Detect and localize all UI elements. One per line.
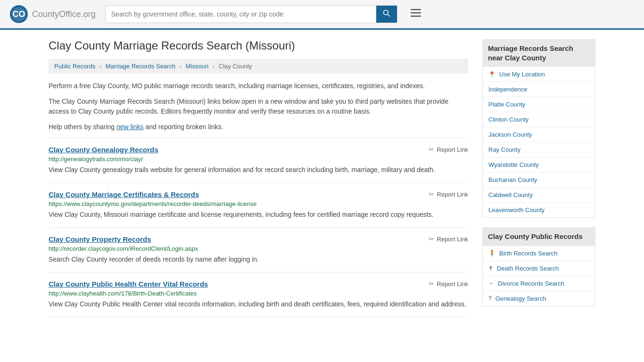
new-links-link[interactable]: new links [116, 123, 144, 131]
report-link[interactable]: ✂ Report Link [429, 146, 468, 153]
breadcrumb-public-records[interactable]: Public Records [54, 63, 95, 70]
nearby-link[interactable]: Buchanan County [483, 173, 595, 187]
svg-rect-7 [411, 16, 421, 17]
search-bar [105, 5, 397, 23]
record-item-3: Clay County Property Records ✂ Report Li… [49, 228, 468, 272]
breadcrumb-current: Clay County [219, 63, 252, 70]
breadcrumb: Public Records › Marriage Records Search… [49, 59, 468, 74]
report-link[interactable]: ✂ Report Link [429, 280, 468, 288]
record-title[interactable]: Clay County Property Records [49, 235, 151, 243]
public-records-links: 🧍Birth Records Search✝Death Records Sear… [482, 246, 595, 306]
nearby-item-4: Jackson County [483, 127, 595, 142]
record-header: Clay County Property Records ✂ Report Li… [49, 235, 468, 243]
nearby-item-9: Leavenworth County [483, 203, 595, 217]
nearby-links: 📍Use My LocationIndependencePlatte Count… [482, 67, 595, 218]
report-icon: ✂ [429, 235, 434, 243]
nearby-link[interactable]: Leavenworth County [483, 203, 595, 217]
logo[interactable]: CO CountyOffice.org [9, 5, 96, 24]
report-icon: ✂ [429, 146, 434, 153]
nearby-link[interactable]: 📍Use My Location [483, 67, 595, 82]
breadcrumb-sep-1: › [99, 63, 101, 70]
nearby-item-2: Platte County [483, 97, 595, 112]
record-header: Clay County Marriage Certificates & Reco… [49, 190, 468, 198]
nearby-link[interactable]: Platte County [483, 97, 595, 112]
question-icon: ? [488, 295, 492, 302]
record-desc: View Clay County genealogy trails websit… [49, 165, 468, 175]
breadcrumb-sep-3: › [213, 63, 215, 70]
record-title[interactable]: Clay County Genealogy Records [49, 146, 158, 154]
record-header: Clay County Public Health Center Vital R… [49, 280, 468, 288]
report-icon: ✂ [429, 190, 434, 198]
record-url: http://genealogytrails.com/mo/clay/ [49, 156, 468, 163]
description-3: Help others by sharing new links and rep… [49, 122, 468, 132]
search-button[interactable] [376, 6, 397, 23]
site-header: CO CountyOffice.org [0, 0, 644, 30]
nearby-item-0: 📍Use My Location [483, 67, 595, 82]
report-icon: ✂ [429, 280, 434, 288]
nearby-item-3: Clinton County [483, 112, 595, 127]
public-records-title: Clay County Public Records [482, 227, 595, 246]
hamburger-icon [411, 9, 421, 17]
nearby-link[interactable]: Clinton County [483, 112, 595, 127]
record-desc: Search Clay County recorder of deeds rec… [49, 255, 468, 264]
nearby-item-6: Wyandotte County [483, 157, 595, 173]
breadcrumb-marriage-records[interactable]: Marriage Records Search [106, 63, 175, 70]
desc3-pre: Help others by sharing [49, 123, 116, 131]
nearby-link[interactable]: Ray County [483, 142, 595, 157]
desc3-post: and reporting broken links. [144, 123, 223, 131]
svg-point-3 [383, 10, 388, 15]
description-1: Perform a free Clay County, MO public ma… [49, 81, 468, 91]
record-title[interactable]: Clay County Marriage Certificates & Reco… [49, 190, 199, 198]
left-panel: Clay County Marriage Records Search (Mis… [49, 39, 468, 317]
svg-text:CO: CO [13, 9, 25, 19]
public-records-item-0: 🧍Birth Records Search [483, 246, 595, 261]
report-link[interactable]: ✂ Report Link [429, 235, 468, 243]
nearby-link[interactable]: Jackson County [483, 127, 595, 142]
location-icon: 📍 [488, 71, 495, 78]
main-content: Clay County Marriage Records Search (Mis… [39, 30, 605, 327]
record-item-4: Clay County Public Health Center Vital R… [49, 272, 468, 317]
breadcrumb-missouri[interactable]: Missouri [186, 63, 208, 70]
logo-suffix: .org [81, 9, 96, 19]
nearby-item-8: Caldwell County [483, 188, 595, 203]
nearby-link[interactable]: Independence [483, 82, 595, 97]
menu-button[interactable] [407, 6, 425, 22]
record-title[interactable]: Clay County Public Health Center Vital R… [49, 280, 208, 288]
public-records-link[interactable]: ✝Death Records Search [483, 261, 595, 276]
svg-rect-5 [411, 9, 421, 10]
public-records-item-3: ?Genealogy Search [483, 291, 595, 306]
record-item-1: Clay County Genealogy Records ✂ Report L… [49, 138, 468, 183]
nearby-item-7: Buchanan County [483, 173, 595, 188]
record-item-2: Clay County Marriage Certificates & Reco… [49, 183, 468, 228]
public-records-section: Clay County Public Records 🧍Birth Record… [482, 227, 595, 306]
breadcrumb-sep-2: › [180, 63, 182, 70]
arrows-icon: ↔ [488, 280, 494, 287]
public-records-link[interactable]: ↔Divorce Records Search [483, 276, 595, 291]
nearby-link[interactable]: Wyandotte County [483, 157, 595, 172]
page-title: Clay County Marriage Records Search (Mis… [49, 39, 468, 52]
report-link[interactable]: ✂ Report Link [429, 190, 468, 198]
search-input[interactable] [106, 6, 376, 23]
description-2: The Clay County Marriage Records Search … [49, 97, 468, 116]
person-icon: 🧍 [488, 250, 495, 256]
public-records-link[interactable]: ?Genealogy Search [483, 291, 595, 306]
nearby-section: Marriage Records Search near Clay County… [482, 39, 595, 218]
record-desc: View Clay County Public Health Center vi… [49, 299, 468, 309]
svg-rect-6 [411, 12, 421, 14]
logo-icon: CO [9, 5, 28, 24]
records-list: Clay County Genealogy Records ✂ Report L… [49, 138, 468, 317]
nearby-item-5: Ray County [483, 142, 595, 157]
public-records-item-2: ↔Divorce Records Search [483, 276, 595, 291]
public-records-link[interactable]: 🧍Birth Records Search [483, 246, 595, 261]
right-sidebar: Marriage Records Search near Clay County… [482, 39, 595, 317]
nearby-item-1: Independence [483, 82, 595, 97]
nearby-link[interactable]: Caldwell County [483, 188, 595, 202]
public-records-item-1: ✝Death Records Search [483, 261, 595, 276]
record-url: http://recorder.claycogov.com/iRecordCli… [49, 245, 468, 252]
logo-text: CountyOffice.org [32, 9, 96, 19]
nearby-title: Marriage Records Search near Clay County [482, 39, 595, 67]
record-url: https://www.claycountymo.gov/departments… [49, 200, 468, 207]
record-desc: View Clay County, Missouri marriage cert… [49, 210, 468, 220]
record-url: http://www.clayhealth.com/178/Birth-Deat… [49, 290, 468, 297]
logo-name: CountyOffice [32, 9, 81, 19]
